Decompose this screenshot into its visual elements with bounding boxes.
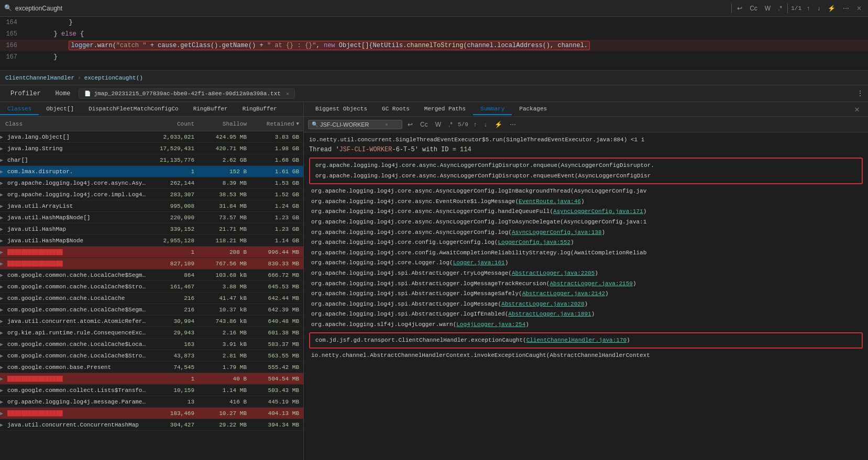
- stack-frame: org.apache.logging.log4j.core.async.Asyn…: [313, 171, 859, 182]
- stack-link[interactable]: EventRoute.java:46: [519, 198, 581, 205]
- table-row[interactable]: ▶ com.google.common.cache.LocalCache$Seg…: [0, 304, 303, 316]
- row-class-name: com.google.common.cache.LocalCache$Segme…: [7, 307, 146, 313]
- stack-frame: org.apache.logging.log4j.core.config.Log…: [309, 238, 863, 248]
- undo-btn[interactable]: ↩: [735, 4, 744, 13]
- table-row[interactable]: ▶ ████████████████ 1 40 B 504.54 MB: [0, 373, 303, 385]
- more-options[interactable]: ⋮: [856, 89, 864, 98]
- tab-dispatch[interactable]: DispatchFleetMatchConfigCo: [81, 104, 186, 115]
- word-right-btn[interactable]: W: [433, 120, 443, 129]
- table-row[interactable]: ▶ org.apache.logging.log4j.core.impl.Log…: [0, 189, 303, 200]
- tab-home[interactable]: Home: [49, 88, 77, 99]
- more-right-btn[interactable]: ⋯: [508, 120, 518, 129]
- table-body: ▶ java.lang.Object[] 2,033,021 424.95 MB…: [0, 131, 303, 460]
- row-expand-icon: ▶: [0, 192, 7, 198]
- table-row[interactable]: ▶ com.google.common.collect.Lists$Transf…: [0, 385, 303, 396]
- tab-profiler[interactable]: Profiler: [4, 88, 47, 99]
- table-row[interactable]: ▶ java.util.concurrent.atomic.AtomicRefe…: [0, 316, 303, 327]
- row-expand-icon: ▶: [0, 249, 7, 255]
- table-row[interactable]: ▶ java.util.HashMap$Node[] 220,090 73.57…: [0, 212, 303, 223]
- case-right-btn[interactable]: Cc: [418, 120, 430, 129]
- table-row[interactable]: ▶ java.util.concurrent.ConcurrentHashMap…: [0, 419, 303, 431]
- table-row[interactable]: ▶ java.util.HashMap 339,152 21.71 MB 1.2…: [0, 223, 303, 235]
- table-row[interactable]: ▶ char[] 21,135,776 2.62 GB 1.68 GB: [0, 154, 303, 166]
- stack-link[interactable]: AsyncLoggerConfig.java:171: [553, 208, 643, 215]
- tab-classes[interactable]: Classes: [0, 104, 39, 115]
- case-btn[interactable]: Cc: [748, 4, 760, 13]
- breadcrumb-method[interactable]: exceptionCaught(): [84, 75, 143, 81]
- next-match-btn[interactable]: ↓: [815, 4, 822, 13]
- row-class-name: char[]: [7, 157, 146, 163]
- tab-biggest-objects[interactable]: Biggest Objects: [308, 104, 375, 115]
- stack-link[interactable]: LoggerConfig.java:552: [498, 239, 570, 245]
- table-row[interactable]: ▶ org.apache.logging.log4j.message.Param…: [0, 396, 303, 408]
- table-row[interactable]: ▶ java.util.HashMap$Node 2,955,128 118.2…: [0, 235, 303, 246]
- stack-link[interactable]: Log4jLogger.java:254: [456, 321, 525, 328]
- right-search-input[interactable]: [320, 121, 383, 128]
- row-count: 1: [146, 249, 199, 255]
- col-shallow-header[interactable]: Shallow: [199, 121, 251, 127]
- file-tab-close[interactable]: ✕: [286, 91, 289, 97]
- tab-packages[interactable]: Packages: [512, 104, 554, 115]
- row-class-name: java.util.HashMap: [7, 226, 146, 232]
- row-retained: 642.39 MB: [251, 307, 303, 313]
- table-row[interactable]: ▶ org.apache.logging.log4j.core.async.As…: [0, 177, 303, 189]
- table-row[interactable]: ▶ com.google.common.cache.LocalCache$Str…: [0, 350, 303, 362]
- stack-link[interactable]: AbstractLogger.java:2159: [550, 281, 632, 287]
- class-tabs: Classes Object[] DispatchFleetMatchConfi…: [0, 102, 303, 117]
- filter-btn[interactable]: ⚡: [826, 4, 838, 13]
- right-panel-close[interactable]: ✕: [850, 104, 864, 115]
- row-shallow: 1.14 MB: [199, 387, 251, 394]
- more-btn[interactable]: ⋯: [841, 4, 851, 13]
- right-tabs: Biggest Objects GC Roots Merged Paths Su…: [304, 102, 868, 117]
- top-search-input[interactable]: [15, 5, 728, 12]
- row-count: 13: [146, 399, 199, 405]
- regex-btn[interactable]: .*: [776, 4, 784, 13]
- undo-right-btn[interactable]: ↩: [405, 120, 415, 129]
- row-expand-icon: ▶: [0, 180, 7, 186]
- stack-link[interactable]: AbstractLogger.java:2028: [501, 301, 584, 307]
- stack-link[interactable]: AbstractLogger.java:1891: [508, 311, 591, 317]
- table-row[interactable]: ▶ com.google.common.cache.LocalCache$Seg…: [0, 270, 303, 281]
- tab-gc-roots[interactable]: GC Roots: [375, 104, 417, 115]
- regex-right-btn[interactable]: .*: [446, 120, 455, 129]
- close-search-btn[interactable]: ✕: [854, 4, 864, 13]
- row-shallow: 31.84 MB: [199, 203, 251, 209]
- right-search-box[interactable]: 🔍 ✕: [308, 120, 402, 129]
- stack-link[interactable]: AsyncLoggerConfig.java:138: [512, 229, 602, 235]
- table-row[interactable]: ▶ ████████████████ 1 208 B 996.44 MB: [0, 246, 303, 258]
- table-row[interactable]: ▶ java.lang.Object[] 2,033,021 424.95 MB…: [0, 131, 303, 143]
- table-row[interactable]: ▶ com.google.common.base.Present 74,545 …: [0, 362, 303, 373]
- row-class-name: org.kie.api.runtime.rule.ConsequenceExce…: [7, 330, 146, 336]
- tab-ringbuffer-2[interactable]: RingBuffer: [235, 104, 284, 115]
- table-row[interactable]: ▶ com.lmax.disruptor. 1 152 B 1.61 GB: [0, 166, 303, 177]
- col-count-header[interactable]: Count: [146, 121, 199, 127]
- filter-right-btn[interactable]: ⚡: [492, 120, 504, 129]
- file-tab[interactable]: 📄 jmap_20231215_077839ac-bbe0-42f1-a8ee-…: [79, 88, 295, 99]
- stack-link[interactable]: Logger.java:161: [453, 260, 505, 266]
- clear-search-btn[interactable]: ✕: [385, 121, 388, 128]
- stack-frame: org.apache.logging.slf4j.Log4jLogger.war…: [309, 320, 863, 330]
- table-row[interactable]: ▶ com.google.common.cache.LocalCache$Loc…: [0, 339, 303, 350]
- breadcrumb-class[interactable]: ClientChannelHandler: [5, 75, 74, 81]
- stack-frame: org.apache.logging.log4j.spi.AbstractLog…: [309, 289, 863, 299]
- stack-link[interactable]: AbstractLogger.java:2142: [522, 290, 605, 297]
- next-right-btn[interactable]: ↓: [482, 120, 489, 129]
- table-row[interactable]: ▶ com.google.common.cache.LocalCache 216…: [0, 293, 303, 304]
- col-retained-header[interactable]: Retained ▼: [251, 121, 303, 127]
- table-row[interactable]: ▶ org.kie.api.runtime.rule.ConsequenceEx…: [0, 327, 303, 339]
- tab-ringbuffer-1[interactable]: RingBuffer: [186, 104, 235, 115]
- prev-right-btn[interactable]: ↑: [471, 120, 479, 129]
- word-btn[interactable]: W: [763, 4, 773, 13]
- table-row[interactable]: ▶ java.lang.String 17,529,431 420.71 MB …: [0, 143, 303, 154]
- table-row[interactable]: ▶ ████████████████ 183,469 10.27 MB 404.…: [0, 408, 303, 419]
- stack-link[interactable]: ClientChannelHandler.java:170: [526, 337, 627, 343]
- table-row[interactable]: ▶ java.util.ArrayList 995,008 31.84 MB 1…: [0, 200, 303, 212]
- table-row[interactable]: ▶ com.google.common.cache.LocalCache$Str…: [0, 281, 303, 293]
- tab-merged-paths[interactable]: Merged Paths: [417, 104, 473, 115]
- table-row[interactable]: ▶ ████████████████ 827,109 767.56 MB 830…: [0, 258, 303, 270]
- prev-match-btn[interactable]: ↑: [805, 4, 812, 13]
- stack-link[interactable]: AbstractLogger.java:2205: [512, 270, 595, 276]
- tab-summary[interactable]: Summary: [473, 104, 512, 115]
- tab-object[interactable]: Object[]: [39, 104, 81, 115]
- row-retained: 1.23 GB: [251, 215, 303, 221]
